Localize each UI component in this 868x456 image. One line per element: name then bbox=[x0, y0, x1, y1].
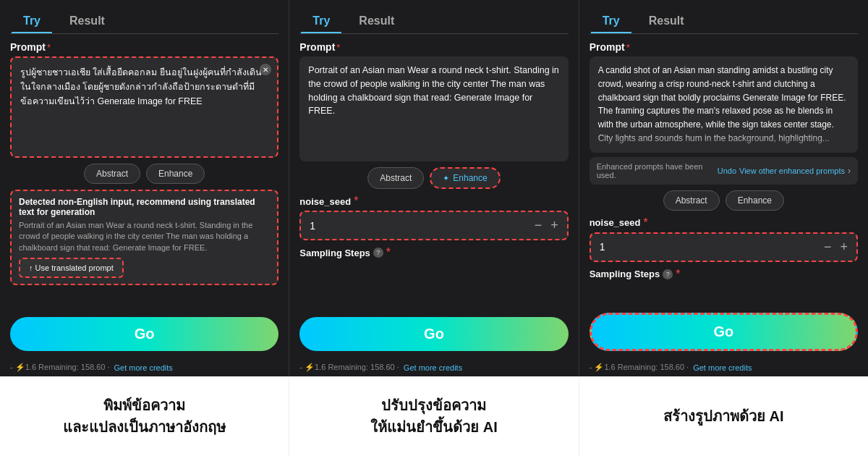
prompt-label-2: Prompt bbox=[299, 41, 335, 53]
caption-3-line1: สร้างรูปภาพด้วย AI bbox=[663, 405, 784, 427]
caption-3: สร้างรูปภาพด้วย AI bbox=[579, 376, 868, 456]
caption-1: พิมพ์ข้อความ และแปลงเป็นภาษาอังกฤษ bbox=[0, 376, 289, 456]
noise-minus-2[interactable]: − bbox=[535, 218, 542, 233]
undo-link-3[interactable]: Undo bbox=[718, 166, 736, 175]
prompt-textarea-2[interactable]: Portrait of an Asian man Wear a round ne… bbox=[299, 56, 568, 161]
tab-result-2[interactable]: Result bbox=[347, 9, 406, 33]
caption-2-line2: ให้แม่นยำขึ้นด้วย AI bbox=[370, 416, 498, 438]
noise-plus-2[interactable]: + bbox=[550, 218, 558, 233]
noise-field-2: 1 − + bbox=[299, 211, 568, 240]
action-buttons-1: Abstract Enhance bbox=[10, 164, 278, 184]
enhance-btn-1[interactable]: Enhance bbox=[146, 164, 205, 184]
caption-1-line1: พิมพ์ข้อความ bbox=[103, 394, 185, 416]
prompt-required-1: * bbox=[47, 42, 51, 53]
sampling-row-2: Sampling Steps ? * bbox=[299, 246, 568, 259]
panel-2: Try Result Prompt * Portrait of an Asian… bbox=[289, 0, 579, 376]
credits-text-3: - ⚡1.6 Remaining: 158.60 · bbox=[590, 363, 689, 372]
panel-1-content: Prompt * รูปผู้ชายชาวเอเชีย ใส่เสื้อยืดค… bbox=[0, 34, 289, 358]
sampling-required-2: * bbox=[386, 246, 391, 259]
prompt-text-2: Portrait of an Asian man Wear a round ne… bbox=[308, 65, 558, 116]
credits-bar-3: - ⚡1.6 Remaining: 158.60 · Get more cred… bbox=[579, 358, 868, 376]
noise-label-row-3: noise_seed * bbox=[590, 216, 858, 229]
prompt-textarea-3[interactable]: A candid shot of an Asian man standing a… bbox=[590, 56, 858, 153]
prompt-label-1: Prompt bbox=[10, 41, 46, 53]
abstract-btn-1[interactable]: Abstract bbox=[84, 164, 140, 184]
enhanced-text-3: Enhanced prompts have been used. bbox=[597, 162, 713, 180]
tab-bar-2: Try Result bbox=[289, 0, 578, 33]
panel-3-content: Prompt * A candid shot of an Asian man s… bbox=[579, 34, 868, 358]
use-translated-btn-1[interactable]: ↑ Use translated prompt bbox=[19, 258, 124, 278]
credits-link-3[interactable]: Get more credits bbox=[693, 363, 752, 372]
sampling-label-3: Sampling Steps bbox=[590, 269, 660, 279]
view-link-3[interactable]: View other enhanced prompts bbox=[739, 166, 845, 175]
noise-value-2: 1 bbox=[310, 220, 315, 232]
action-buttons-2: Abstract ✦ Enhance bbox=[299, 167, 568, 189]
go-btn-2[interactable]: Go bbox=[299, 317, 568, 351]
use-translated-label-1: ↑ Use translated prompt bbox=[29, 263, 114, 272]
credits-link-1[interactable]: Get more credits bbox=[114, 363, 173, 372]
noise-value-3: 1 bbox=[600, 241, 605, 253]
enhance-icon-2: ✦ bbox=[443, 174, 449, 183]
notice-title-1: Detected non-English input, recommend us… bbox=[19, 197, 270, 217]
enhance-btn-3[interactable]: Enhance bbox=[726, 190, 784, 211]
panel-3: Try Result Prompt * A candid shot of an … bbox=[579, 0, 868, 376]
tab-result-3[interactable]: Result bbox=[637, 9, 696, 33]
noise-required-2: * bbox=[354, 195, 358, 208]
prompt-required-3: * bbox=[626, 42, 630, 53]
tab-bar-1: Try Result bbox=[0, 0, 289, 33]
go-btn-1[interactable]: Go bbox=[10, 317, 278, 351]
credits-bar-1: - ⚡1.6 Remaining: 158.60 · Get more cred… bbox=[0, 358, 289, 376]
caption-2-line1: ปรับปรุงข้อความ bbox=[381, 394, 486, 416]
chevron-right-3: › bbox=[848, 166, 851, 176]
sampling-row-3: Sampling Steps ? * bbox=[590, 268, 858, 281]
prompt-fade-3 bbox=[590, 131, 858, 153]
tab-result-1[interactable]: Result bbox=[58, 9, 116, 33]
prompt-required-2: * bbox=[336, 42, 340, 53]
credits-link-2[interactable]: Get more credits bbox=[404, 363, 462, 372]
credits-bar-2: - ⚡1.6 Remaining: 158.60 · Get more cred… bbox=[289, 358, 578, 376]
tab-bar-3: Try Result bbox=[579, 0, 868, 33]
sampling-info-3: ? bbox=[663, 269, 673, 279]
translation-notice-1: Detected non-English input, recommend us… bbox=[10, 190, 278, 285]
noise-label-2: noise_seed bbox=[299, 196, 351, 207]
credits-text-2: - ⚡1.6 Remaining: 158.60 · bbox=[299, 363, 399, 372]
abstract-btn-2[interactable]: Abstract bbox=[367, 167, 424, 189]
tab-try-1[interactable]: Try bbox=[12, 9, 52, 33]
noise-field-3: 1 − + bbox=[590, 232, 858, 262]
action-buttons-3: Abstract Enhance bbox=[590, 190, 858, 211]
noise-label-row-2: noise_seed * bbox=[299, 195, 568, 208]
caption-2: ปรับปรุงข้อความ ให้แม่นยำขึ้นด้วย AI bbox=[289, 376, 579, 456]
sampling-info-2: ? bbox=[373, 248, 383, 258]
tab-try-3[interactable]: Try bbox=[591, 9, 631, 33]
tab-try-2[interactable]: Try bbox=[301, 9, 341, 33]
main-container: Try Result Prompt * รูปผู้ชายชาวเอเชีย ใ… bbox=[0, 0, 868, 456]
noise-controls-2: − + bbox=[535, 218, 558, 233]
prompt-label-3: Prompt bbox=[590, 41, 625, 53]
prompt-text-1: รูปผู้ชายชาวเอเชีย ใส่เสื้อยืดคอกลม ยืนอ… bbox=[20, 67, 262, 106]
enhanced-notice-3: Enhanced prompts have been used. Undo Vi… bbox=[590, 157, 858, 185]
enhance-label-2: Enhance bbox=[453, 173, 487, 183]
clear-btn-1[interactable]: ✕ bbox=[260, 64, 271, 75]
noise-minus-3[interactable]: − bbox=[824, 240, 832, 255]
prompt-textarea-1[interactable]: รูปผู้ชายชาวเอเชีย ใส่เสื้อยืดคอกลม ยืนอ… bbox=[10, 56, 278, 158]
sampling-required-3: * bbox=[676, 268, 680, 281]
panel-1: Try Result Prompt * รูปผู้ชายชาวเอเชีย ใ… bbox=[0, 0, 289, 376]
captions-row: พิมพ์ข้อความ และแปลงเป็นภาษาอังกฤษ ปรับป… bbox=[0, 376, 868, 456]
noise-required-3: * bbox=[643, 216, 647, 229]
enhance-btn-2[interactable]: ✦ Enhance bbox=[430, 167, 500, 189]
noise-plus-3[interactable]: + bbox=[840, 240, 848, 255]
abstract-btn-3[interactable]: Abstract bbox=[663, 190, 720, 211]
noise-label-3: noise_seed bbox=[590, 217, 641, 228]
caption-1-line2: และแปลงเป็นภาษาอังกฤษ bbox=[63, 416, 226, 438]
go-btn-3[interactable]: Go bbox=[590, 313, 858, 351]
noise-controls-3: − + bbox=[824, 240, 848, 255]
sampling-label-2: Sampling Steps bbox=[299, 248, 370, 258]
panel-2-content: Prompt * Portrait of an Asian man Wear a… bbox=[289, 34, 578, 358]
credits-text-1: - ⚡1.6 Remaining: 158.60 · bbox=[10, 363, 110, 372]
panels-row: Try Result Prompt * รูปผู้ชายชาวเอเชีย ใ… bbox=[0, 0, 868, 376]
notice-text-1: Portrait of an Asian man Wear a round ne… bbox=[19, 220, 270, 253]
